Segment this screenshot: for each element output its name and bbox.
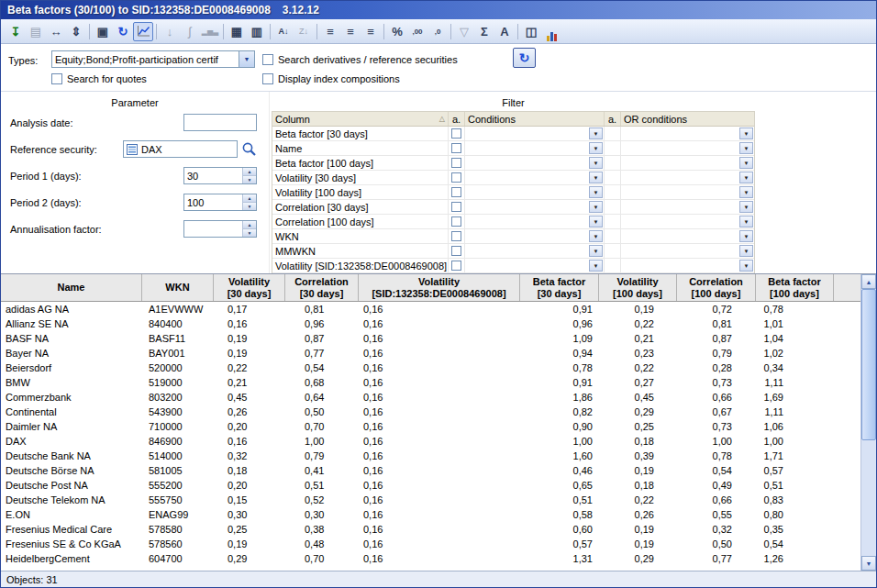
spin-down-icon[interactable]: ▼ [243, 176, 256, 183]
filter-condition-cell[interactable]: ▼ [465, 171, 605, 184]
filter-condition-cell[interactable]: ▼ [465, 156, 605, 170]
chevron-down-icon[interactable]: ▼ [589, 201, 603, 213]
spin-up-icon[interactable]: ▲ [243, 194, 256, 203]
table-row[interactable]: Fresenius SE & Co KGaA5785600,190,480,16… [1, 537, 860, 551]
annualisation-spinner[interactable]: ▲ ▼ [183, 220, 257, 238]
column-header-8[interactable]: Beta factor[100 days] [756, 274, 834, 301]
table-row[interactable]: Deutsche Börse NA5810050,180,410,160,460… [1, 463, 860, 478]
transpose-icon[interactable]: ◫ [521, 22, 541, 41]
spin-up-icon[interactable]: ▲ [243, 221, 256, 229]
insert-down-icon[interactable]: ↓ [160, 22, 180, 41]
chevron-down-icon[interactable]: ▼ [589, 245, 603, 257]
period1-input[interactable] [184, 168, 242, 183]
types-dropdown[interactable]: Equity;Bond;Profit-participation certif … [51, 50, 255, 68]
sum-icon[interactable]: Σ [474, 22, 494, 41]
table-row[interactable]: Commerzbank8032000,450,640,161,860,450,6… [1, 390, 860, 405]
column-header-5[interactable]: Beta factor[30 days] [520, 274, 599, 301]
font-icon[interactable]: A [494, 22, 515, 41]
filter-condition-cell[interactable]: ▼ [465, 229, 605, 243]
grid-icon[interactable]: ▦ [227, 22, 247, 41]
filter-condition-cell[interactable]: ▼ [465, 244, 605, 258]
filter-header-or-conditions[interactable]: OR conditions [621, 112, 754, 126]
filter-icon[interactable]: ▽ [454, 22, 474, 41]
analysis-date-input[interactable] [183, 114, 257, 131]
filter-and-checkbox[interactable] [451, 216, 461, 227]
filter-condition-cell[interactable]: ▼ [465, 200, 605, 214]
checkbox-display-index[interactable]: Display index compositions [262, 73, 400, 84]
filter-header-and1[interactable]: a. [449, 112, 465, 126]
table-row[interactable]: DAX8469000,161,000,161,000,181,001,00 [1, 434, 860, 449]
chevron-down-icon[interactable]: ▼ [239, 51, 254, 67]
filter-and-checkbox[interactable] [451, 172, 461, 183]
spin-up-icon[interactable]: ▲ [243, 168, 256, 176]
scroll-up-icon[interactable]: ▲ [861, 274, 876, 289]
table-row[interactable]: Fresenius Medical Care5785800,250,380,16… [1, 522, 860, 537]
spinner-buttons[interactable]: ▲ ▼ [242, 168, 256, 183]
filter-header-conditions[interactable]: Conditions [465, 112, 605, 126]
table-row[interactable]: Deutsche Post NA5552000,200,510,160,650,… [1, 478, 860, 493]
scroll-down-icon[interactable]: ▼ [861, 556, 876, 571]
table-row[interactable]: adidas AG NAA1EVWWW0,170,810,160,910,190… [1, 302, 860, 316]
fit-rows-icon[interactable]: ⇕ [66, 22, 86, 41]
scrollbar-track[interactable] [861, 289, 876, 556]
period1-spinner[interactable]: ▲ ▼ [183, 167, 257, 184]
percent-icon[interactable]: % [387, 22, 407, 41]
filter-or-condition-cell[interactable]: ▼ [621, 259, 754, 272]
checkbox-search-quotes[interactable]: Search for quotes [51, 73, 147, 84]
align-right-icon[interactable]: ≡ [361, 22, 381, 41]
filter-condition-cell[interactable]: ▼ [465, 185, 605, 199]
column-header-3[interactable]: Correlation[30 days] [285, 274, 359, 301]
titlebar[interactable]: Beta factors (30/100) to SID:132358:DE00… [1, 1, 876, 19]
filter-or-condition-cell[interactable]: ▼ [621, 185, 754, 199]
refresh-button[interactable]: ↻ [513, 48, 536, 68]
annualisation-input[interactable] [184, 221, 242, 237]
mini-chart-icon[interactable]: ▂▅▃ [200, 22, 220, 41]
chevron-down-icon[interactable]: ▼ [589, 128, 603, 139]
period2-input[interactable] [184, 194, 242, 210]
chevron-down-icon[interactable]: ▼ [739, 260, 753, 272]
new-window-icon[interactable]: ▣ [93, 22, 113, 41]
column-header-1[interactable]: WKN [142, 274, 214, 301]
filter-or-condition-cell[interactable]: ▼ [621, 141, 754, 155]
table-row[interactable]: Daimler NA7100000,200,700,160,900,250,73… [1, 419, 860, 434]
reference-security-input[interactable]: DAX [123, 140, 238, 158]
chevron-down-icon[interactable]: ▼ [589, 172, 603, 183]
table-row[interactable]: BMW5190000,210,680,160,910,270,731,11 [1, 375, 860, 390]
chevron-down-icon[interactable]: ▼ [739, 216, 753, 227]
filter-or-condition-cell[interactable]: ▼ [621, 200, 754, 214]
chevron-down-icon[interactable]: ▼ [589, 186, 603, 198]
table-row[interactable]: BASF NABASF110,190,870,161,090,210,871,0… [1, 331, 860, 346]
chevron-down-icon[interactable]: ▼ [739, 172, 753, 183]
chevron-down-icon[interactable]: ▼ [589, 260, 603, 272]
chevron-down-icon[interactable]: ▼ [739, 128, 753, 139]
filter-condition-cell[interactable]: ▼ [465, 215, 605, 228]
period2-spinner[interactable]: ▲ ▼ [183, 194, 257, 211]
sort-ascending-icon[interactable]: A↓ [273, 22, 294, 41]
filter-and-checkbox[interactable] [451, 202, 461, 212]
table-row[interactable]: Continental5439000,260,500,160,820,290,6… [1, 405, 860, 419]
filter-and-checkbox[interactable] [451, 231, 461, 241]
filter-or-condition-cell[interactable]: ▼ [621, 244, 754, 258]
spin-down-icon[interactable]: ▼ [243, 203, 256, 210]
table-row[interactable]: HeidelbergCement6047000,290,700,161,310,… [1, 551, 860, 566]
chevron-down-icon[interactable]: ▼ [589, 142, 603, 154]
bar-chart-icon[interactable] [541, 22, 561, 41]
chevron-down-icon[interactable]: ▼ [589, 157, 603, 169]
checkbox-icon[interactable] [262, 54, 273, 65]
align-left-icon[interactable]: ≡ [320, 22, 340, 41]
copy-icon[interactable]: ▤ [26, 22, 46, 41]
chevron-down-icon[interactable]: ▼ [589, 216, 603, 227]
sort-descending-icon[interactable]: Z↓ [294, 22, 314, 41]
table-row[interactable]: Deutsche Bank NA5140000,320,790,161,600,… [1, 449, 860, 463]
export-icon[interactable]: ↧ [6, 22, 26, 41]
filter-and-checkbox[interactable] [451, 158, 461, 168]
spin-down-icon[interactable]: ▼ [243, 229, 256, 237]
table-row[interactable]: E.ONENAG990,300,300,160,580,260,550,80 [1, 507, 860, 522]
grid-brackets-icon[interactable]: ▥ [247, 22, 267, 41]
checkbox-icon[interactable] [51, 73, 62, 84]
filter-condition-cell[interactable]: ▼ [465, 127, 605, 140]
line-chart-icon[interactable] [133, 22, 153, 41]
chevron-down-icon[interactable]: ▼ [739, 230, 753, 242]
filter-condition-cell[interactable]: ▼ [465, 141, 605, 155]
column-header-4[interactable]: Volatility[SID:132358:DE0008469008] [359, 274, 520, 301]
